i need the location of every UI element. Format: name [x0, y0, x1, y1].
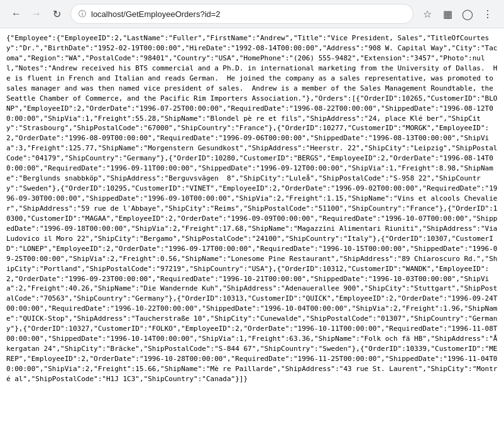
reload-button[interactable]: ↻ [48, 5, 65, 23]
content-area: {"Employee":{"EmployeeID":2,"LastName":"… [0, 28, 504, 422]
forward-button[interactable]: → [28, 5, 45, 23]
url-input[interactable] [91, 9, 405, 19]
toolbar-actions: ☆ ▦ ◯ ⋮ [419, 5, 496, 23]
address-bar[interactable]: ⓘ [70, 4, 414, 24]
bookmark-button[interactable]: ☆ [419, 5, 436, 23]
extensions-button[interactable]: ▦ [439, 5, 456, 23]
browser-toolbar: ← → ↻ ⓘ ☆ ▦ ◯ ⋮ [0, 0, 504, 28]
info-icon: ⓘ [79, 9, 86, 19]
browser-chrome: ← → ↻ ⓘ ☆ ▦ ◯ ⋮ [0, 0, 504, 28]
back-button[interactable]: ← [8, 5, 25, 23]
browser-window: ← → ↻ ⓘ ☆ ▦ ◯ ⋮ {"Employee":{"EmployeeID… [0, 0, 504, 422]
profile-button[interactable]: ◯ [459, 5, 476, 23]
json-response: {"Employee":{"EmployeeID":2,"LastName":"… [6, 33, 498, 384]
menu-button[interactable]: ⋮ [479, 5, 496, 23]
nav-buttons: ← → ↻ [8, 5, 65, 23]
